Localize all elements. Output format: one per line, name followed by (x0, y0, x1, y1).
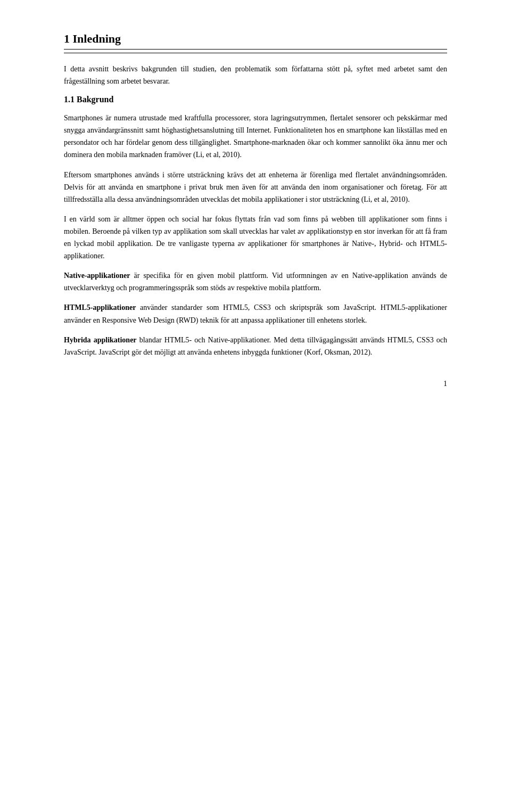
paragraph-2: Eftersom smartphones används i större ut… (64, 169, 447, 206)
page-number: 1 (64, 380, 447, 388)
paragraph-hybrid: Hybrida applikationer blandar HTML5- och… (64, 334, 447, 358)
paragraph-html5: HTML5-applikationer använder standarder … (64, 301, 447, 326)
paragraph-3: I en värld som är alltmer öppen och soci… (64, 213, 447, 262)
native-bold: Native-applikationer (64, 272, 130, 280)
html5-bold: HTML5-applikationer (64, 304, 136, 311)
paragraph-native: Native-applikationer är specifika för en… (64, 269, 447, 294)
paragraph-2-text: Eftersom smartphones används i större ut… (64, 171, 447, 203)
chapter-title: 1 Inledning (64, 32, 447, 50)
paragraph-1: Smartphones är numera utrustade med kraf… (64, 112, 447, 161)
chapter-intro: I detta avsnitt beskrivs bakgrunden till… (64, 63, 447, 87)
paragraph-3-text: I en värld som är alltmer öppen och soci… (64, 215, 447, 260)
section-title: 1.1 Bakgrund (64, 95, 447, 104)
title-divider (64, 53, 447, 53)
hybrid-bold: Hybrida applikationer (64, 336, 137, 344)
paragraph-1-text: Smartphones är numera utrustade med kraf… (64, 114, 447, 159)
